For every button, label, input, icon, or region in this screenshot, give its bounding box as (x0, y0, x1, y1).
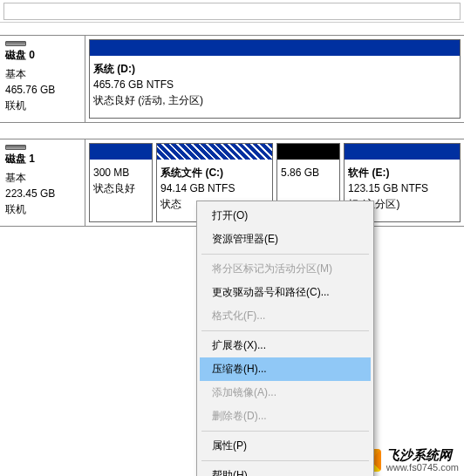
context-menu: 打开(O) 资源管理器(E) 将分区标记为活动分区(M) 更改驱动器号和路径(C… (196, 201, 374, 476)
disk-title: 磁盘 0 (5, 48, 79, 63)
partition-recovery[interactable]: 300 MB 状态良好 (89, 143, 153, 222)
disk-status: 联机 (5, 98, 79, 113)
path-input[interactable] (3, 3, 461, 20)
menu-properties[interactable]: 属性(P) (200, 434, 371, 458)
address-bar (0, 0, 464, 23)
menu-help[interactable]: 帮助(H) (200, 464, 371, 476)
disk-info-1: 磁盘 1 基本 223.45 GB 联机 (0, 139, 85, 226)
menu-separator (201, 254, 369, 255)
partition-size: 5.86 GB (281, 165, 336, 180)
partition-header (90, 144, 152, 160)
menu-separator (201, 460, 369, 461)
disk-status: 联机 (5, 201, 79, 217)
menu-add-mirror: 添加镜像(A)... (200, 381, 371, 405)
menu-format: 格式化(F)... (200, 304, 371, 328)
partition-header (345, 144, 460, 160)
partition-header (277, 144, 339, 160)
partition-d[interactable]: 系统 (D:) 465.76 GB NTFS 状态良好 (活动, 主分区) (89, 39, 461, 119)
partition-label: 系统 (D:) (93, 61, 456, 77)
disk-type: 基本 (5, 66, 79, 82)
partition-header (157, 144, 272, 160)
partition-state: 状态良好 (93, 180, 148, 196)
disk-size: 465.76 GB (5, 82, 79, 98)
menu-open[interactable]: 打开(O) (200, 204, 371, 228)
disk-info-0: 磁盘 0 基本 465.76 GB 联机 (0, 36, 85, 122)
menu-explorer[interactable]: 资源管理器(E) (200, 228, 371, 251)
partition-size: 123.15 GB NTFS (348, 180, 456, 196)
disk-type: 基本 (5, 170, 79, 186)
partition-label: 软件 (E:) (348, 165, 456, 180)
partition-size: 300 MB (93, 165, 148, 180)
partition-size: 465.76 GB NTFS (93, 77, 456, 92)
disk-row-0: 磁盘 0 基本 465.76 GB 联机 系统 (D:) 465.76 GB N… (0, 35, 464, 123)
disk-title: 磁盘 1 (5, 152, 79, 167)
menu-change-letter[interactable]: 更改驱动器号和路径(C)... (200, 281, 371, 304)
menu-extend[interactable]: 扩展卷(X)... (200, 334, 371, 357)
partition-label: 系统文件 (C:) (160, 165, 269, 180)
partition-size: 94.14 GB NTFS (160, 180, 269, 196)
disk-size: 223.45 GB (5, 186, 79, 201)
partitions-0: 系统 (D:) 465.76 GB NTFS 状态良好 (活动, 主分区) (85, 36, 464, 122)
partition-header (90, 40, 460, 56)
menu-delete: 删除卷(D)... (200, 405, 371, 428)
watermark-url: www.fs0745.com (386, 462, 459, 473)
menu-mark-active: 将分区标记为活动分区(M) (200, 257, 371, 281)
disk-icon (5, 41, 26, 46)
partition-state: 状态良好 (活动, 主分区) (93, 92, 456, 108)
menu-separator (201, 431, 369, 432)
menu-shrink[interactable]: 压缩卷(H)... (200, 357, 371, 381)
disk-icon (5, 145, 26, 150)
menu-separator (201, 330, 369, 331)
